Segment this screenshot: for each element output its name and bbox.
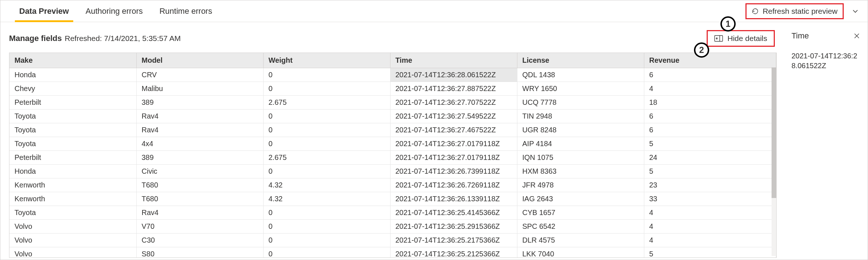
table-cell[interactable]: 2021-07-14T12:36:26.7399118Z (390, 165, 517, 178)
table-cell[interactable]: Chevy (9, 82, 136, 96)
table-cell[interactable]: 24 (644, 151, 776, 165)
column-header[interactable]: Weight (263, 53, 390, 68)
table-row[interactable]: VolvoS8002021-07-14T12:36:25.2125366ZLKK… (9, 247, 776, 258)
close-details-button[interactable] (852, 31, 862, 41)
table-cell[interactable]: 4 (644, 234, 776, 247)
table-cell[interactable]: 0 (263, 247, 390, 258)
table-cell[interactable]: Kenworth (9, 192, 136, 206)
table-cell[interactable]: 2021-07-14T12:36:25.4145366Z (390, 206, 517, 220)
table-cell[interactable]: 2.675 (263, 96, 390, 110)
table-cell[interactable]: 2021-07-14T12:36:27.467522Z (390, 123, 517, 137)
table-cell[interactable]: UCQ 7778 (517, 96, 644, 110)
table-cell[interactable]: Peterbilt (9, 151, 136, 165)
table-cell[interactable]: HXM 8363 (517, 165, 644, 178)
table-cell[interactable]: WRY 1650 (517, 82, 644, 96)
table-row[interactable]: VolvoC3002021-07-14T12:36:25.2175366ZDLR… (9, 234, 776, 247)
table-cell[interactable]: JFR 4978 (517, 178, 644, 192)
table-row[interactable]: Toyota4x402021-07-14T12:36:27.0179118ZAI… (9, 137, 776, 151)
table-cell[interactable]: 389 (136, 96, 263, 110)
tab-authoring-errors[interactable]: Authoring errors (81, 0, 147, 22)
table-row[interactable]: Peterbilt3892.6752021-07-14T12:36:27.707… (9, 96, 776, 110)
table-row[interactable]: VolvoV7002021-07-14T12:36:25.2915366ZSPC… (9, 220, 776, 234)
table-cell[interactable]: 4.32 (263, 178, 390, 192)
table-cell[interactable]: 0 (263, 206, 390, 220)
table-cell[interactable]: Civic (136, 165, 263, 178)
table-cell[interactable]: 5 (644, 165, 776, 178)
table-cell[interactable]: Peterbilt (9, 96, 136, 110)
table-cell[interactable]: V70 (136, 220, 263, 234)
vertical-scrollbar[interactable] (772, 67, 776, 256)
table-cell[interactable]: C30 (136, 234, 263, 247)
tab-runtime-errors[interactable]: Runtime errors (155, 0, 216, 22)
table-row[interactable]: ToyotaRav402021-07-14T12:36:27.549522ZTI… (9, 110, 776, 123)
table-cell[interactable]: Volvo (9, 234, 136, 247)
table-cell[interactable]: SPC 6542 (517, 220, 644, 234)
table-cell[interactable]: Malibu (136, 82, 263, 96)
table-cell[interactable]: 6 (644, 123, 776, 137)
table-cell[interactable]: UGR 8248 (517, 123, 644, 137)
table-cell[interactable]: IQN 1075 (517, 151, 644, 165)
table-cell[interactable]: 0 (263, 165, 390, 178)
table-cell[interactable]: 4 (644, 206, 776, 220)
table-cell[interactable]: 2021-07-14T12:36:27.0179118Z (390, 137, 517, 151)
table-cell[interactable]: CYB 1657 (517, 206, 644, 220)
table-cell[interactable]: DLR 4575 (517, 234, 644, 247)
table-cell[interactable]: Rav4 (136, 206, 263, 220)
expand-chevron-button[interactable] (847, 3, 863, 19)
table-cell[interactable]: Honda (9, 165, 136, 178)
table-cell[interactable]: 2021-07-14T12:36:27.549522Z (390, 110, 517, 123)
table-cell[interactable]: Toyota (9, 123, 136, 137)
table-cell[interactable]: Toyota (9, 137, 136, 151)
table-cell[interactable]: Toyota (9, 206, 136, 220)
refresh-static-preview-button[interactable]: Refresh static preview (745, 3, 844, 19)
table-cell[interactable]: Rav4 (136, 110, 263, 123)
table-row[interactable]: KenworthT6804.322021-07-14T12:36:26.7269… (9, 178, 776, 192)
table-cell[interactable]: 4 (644, 220, 776, 234)
table-cell[interactable]: 0 (263, 82, 390, 96)
column-header[interactable]: Model (136, 53, 263, 68)
table-cell[interactable]: 2021-07-14T12:36:25.2175366Z (390, 234, 517, 247)
table-cell[interactable]: T680 (136, 192, 263, 206)
table-cell[interactable]: 4.32 (263, 192, 390, 206)
table-row[interactable]: HondaCivic02021-07-14T12:36:26.7399118ZH… (9, 165, 776, 178)
table-cell[interactable]: 0 (263, 123, 390, 137)
table-row[interactable]: ToyotaRav402021-07-14T12:36:25.4145366ZC… (9, 206, 776, 220)
table-cell[interactable]: 5 (644, 247, 776, 258)
table-cell[interactable]: Toyota (9, 110, 136, 123)
table-cell[interactable]: 18 (644, 96, 776, 110)
hide-details-button[interactable]: Hide details (707, 30, 775, 47)
table-row[interactable]: Peterbilt3892.6752021-07-14T12:36:27.017… (9, 151, 776, 165)
table-cell[interactable]: 2021-07-14T12:36:27.0179118Z (390, 151, 517, 165)
table-cell[interactable]: Volvo (9, 247, 136, 258)
table-cell[interactable]: 4 (644, 82, 776, 96)
scrollbar-thumb[interactable] (772, 67, 776, 198)
table-cell[interactable]: Kenworth (9, 178, 136, 192)
table-cell[interactable]: 4x4 (136, 137, 263, 151)
table-cell[interactable]: T680 (136, 178, 263, 192)
table-cell[interactable]: 0 (263, 110, 390, 123)
table-cell[interactable]: Honda (9, 68, 136, 82)
column-header[interactable]: Time (390, 53, 517, 68)
table-cell[interactable]: S80 (136, 247, 263, 258)
table-cell[interactable]: 33 (644, 192, 776, 206)
table-cell[interactable]: 23 (644, 178, 776, 192)
table-cell[interactable]: QDL 1438 (517, 68, 644, 82)
table-row[interactable]: ChevyMalibu02021-07-14T12:36:27.887522ZW… (9, 82, 776, 96)
table-row[interactable]: ToyotaRav402021-07-14T12:36:27.467522ZUG… (9, 123, 776, 137)
table-cell[interactable]: 2021-07-14T12:36:25.2915366Z (390, 220, 517, 234)
table-cell[interactable]: 2.675 (263, 151, 390, 165)
table-cell[interactable]: 2021-07-14T12:36:28.061522Z (390, 68, 517, 82)
column-header[interactable]: Revenue (644, 53, 776, 68)
table-cell[interactable]: 6 (644, 68, 776, 82)
table-cell[interactable]: IAG 2643 (517, 192, 644, 206)
table-cell[interactable]: 0 (263, 220, 390, 234)
table-cell[interactable]: 5 (644, 137, 776, 151)
table-cell[interactable]: 0 (263, 234, 390, 247)
table-cell[interactable]: 0 (263, 68, 390, 82)
table-cell[interactable]: AIP 4184 (517, 137, 644, 151)
tab-data-preview[interactable]: Data Preview (15, 0, 73, 22)
table-cell[interactable]: CRV (136, 68, 263, 82)
table-cell[interactable]: 2021-07-14T12:36:26.7269118Z (390, 178, 517, 192)
table-cell[interactable]: 2021-07-14T12:36:25.2125366Z (390, 247, 517, 258)
table-cell[interactable]: 2021-07-14T12:36:26.1339118Z (390, 192, 517, 206)
